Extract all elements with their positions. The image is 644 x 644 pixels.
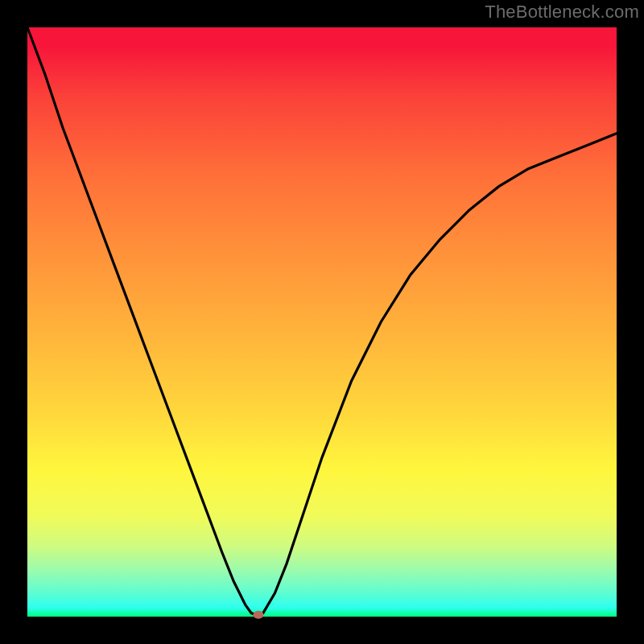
optimum-marker bbox=[253, 611, 263, 619]
watermark-label: TheBottleneck.com bbox=[485, 2, 639, 23]
curve-svg bbox=[27, 27, 617, 617]
plot-area bbox=[27, 27, 617, 617]
bottleneck-curve bbox=[27, 27, 617, 616]
chart-frame: TheBottleneck.com bbox=[0, 0, 644, 644]
